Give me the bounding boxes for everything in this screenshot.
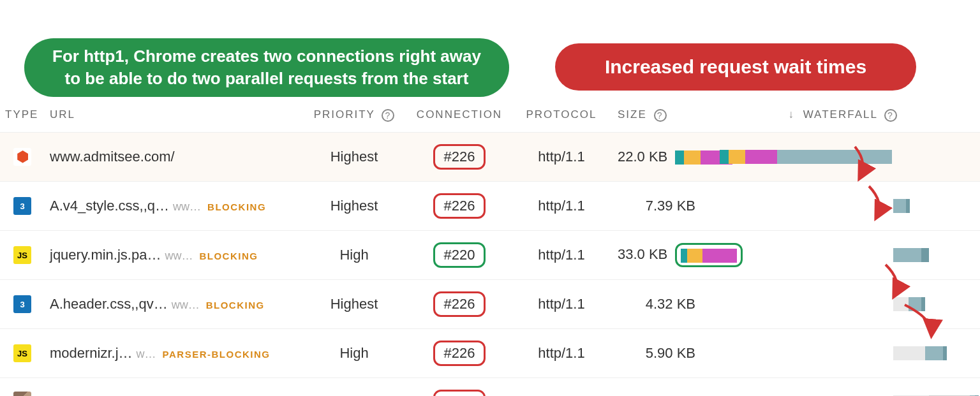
- priority-value: High: [300, 328, 408, 378]
- network-table: TYPE URL PRIORITY ? CONNECTION PROTOCOL …: [0, 102, 980, 396]
- table-row[interactable]: A.v4_style.css,,q…ww…BLOCKINGHighest#226…: [0, 181, 980, 230]
- sort-arrow-icon: ↓: [788, 108, 795, 121]
- header-priority[interactable]: PRIORITY ?: [300, 102, 408, 132]
- header-size[interactable]: SIZE ?: [612, 102, 715, 132]
- priority-value: Highest: [300, 132, 408, 181]
- url-host: ww…: [173, 200, 201, 213]
- protocol-value: http/1.1: [510, 230, 612, 279]
- help-icon[interactable]: ?: [382, 109, 394, 122]
- blocking-badge: BLOCKING: [207, 202, 266, 212]
- protocol-value: http/1.1: [510, 279, 612, 328]
- url-text[interactable]: A.v4_style.css,,q…: [50, 198, 169, 214]
- blocking-badge: BLOCKING: [206, 300, 265, 311]
- waterfall-bar[interactable]: [720, 149, 975, 165]
- size-value: 33.0 KB: [612, 230, 715, 279]
- url-host: w…: [137, 348, 156, 360]
- table-header-row: TYPE URL PRIORITY ? CONNECTION PROTOCOL …: [0, 102, 980, 132]
- js-file-icon: JS: [13, 344, 31, 362]
- table-row[interactable]: JSmodernizr.j…w…PARSER-BLOCKINGHigh#226h…: [0, 328, 980, 378]
- header-waterfall-label: WATERFALL: [803, 108, 878, 121]
- url-text[interactable]: A.header.css,,qv…: [50, 296, 168, 312]
- priority-value: Highest: [300, 279, 408, 328]
- table-row[interactable]: A.header.css,,qv…ww…BLOCKINGHighest#226h…: [0, 279, 980, 328]
- protocol-value: http/1.1: [510, 328, 612, 378]
- priority-value: High: [300, 230, 408, 279]
- css-file-icon: [13, 197, 31, 215]
- connection-id: #226: [433, 144, 486, 170]
- header-url[interactable]: URL: [45, 102, 300, 132]
- table-row[interactable]: JSjquery.min.js.pa…ww…BLOCKINGHigh#220ht…: [0, 230, 980, 279]
- html-file-icon: ⬢: [13, 148, 31, 166]
- header-waterfall[interactable]: ↓ WATERFALL ?: [715, 102, 980, 132]
- help-icon[interactable]: ?: [884, 109, 897, 122]
- connection-id: #226: [433, 390, 486, 396]
- waterfall-bar[interactable]: [720, 345, 975, 362]
- table-row[interactable]: ⬢www.admitsee.com/Highest#226http/1.122.…: [0, 132, 980, 181]
- url-text[interactable]: modernizr.j…: [50, 345, 133, 361]
- priority-value: Medium: [300, 378, 408, 396]
- annotation-red-pill: Increased request wait times: [555, 43, 916, 91]
- waterfall-bar[interactable]: [720, 394, 975, 396]
- connection-id: #226: [433, 291, 486, 317]
- js-file-icon: JS: [13, 246, 31, 264]
- header-size-label: SIZE: [618, 108, 647, 121]
- css-file-icon: [13, 295, 31, 313]
- help-icon[interactable]: ?: [654, 109, 667, 122]
- header-type[interactable]: TYPE: [0, 102, 45, 132]
- size-value: 7.39 KB: [612, 181, 715, 230]
- protocol-value: http/1.1: [510, 181, 612, 230]
- size-value: 4.57 KB: [612, 378, 715, 396]
- connection-id: #220: [433, 242, 486, 268]
- waterfall-bar[interactable]: [720, 296, 975, 312]
- protocol-value: http/1.1: [510, 378, 612, 396]
- header-priority-label: PRIORITY: [314, 108, 375, 121]
- blocking-badge: BLOCKING: [199, 251, 258, 261]
- header-connection[interactable]: CONNECTION: [408, 102, 510, 132]
- waterfall-bar[interactable]: [720, 198, 975, 214]
- blocking-badge: PARSER-BLOCKING: [163, 349, 271, 360]
- annotation-green-pill: For http1, Chrome creates two connection…: [24, 38, 509, 97]
- url-text[interactable]: x1-22**IMG_76**.jpg.pa…: [50, 394, 213, 396]
- size-value: 5.90 KB: [612, 328, 715, 378]
- header-protocol[interactable]: PROTOCOL: [510, 102, 612, 132]
- priority-value: Highest: [300, 181, 408, 230]
- table-row[interactable]: x1-22**IMG_76**.jpg.pa…www.a…Medium#226h…: [0, 378, 980, 396]
- connection-id: #226: [433, 193, 486, 219]
- img-file-icon: [13, 392, 31, 396]
- url-host: ww…: [172, 298, 200, 311]
- protocol-value: http/1.1: [510, 132, 612, 181]
- url-text[interactable]: jquery.min.js.pa…: [50, 247, 161, 263]
- size-value: 4.32 KB: [612, 279, 715, 328]
- waterfall-bar[interactable]: [720, 247, 975, 263]
- url-text[interactable]: www.admitsee.com/: [50, 149, 175, 165]
- connection-id: #226: [433, 341, 486, 366]
- size-value: 22.0 KB: [612, 132, 715, 181]
- url-host: ww…: [165, 249, 193, 262]
